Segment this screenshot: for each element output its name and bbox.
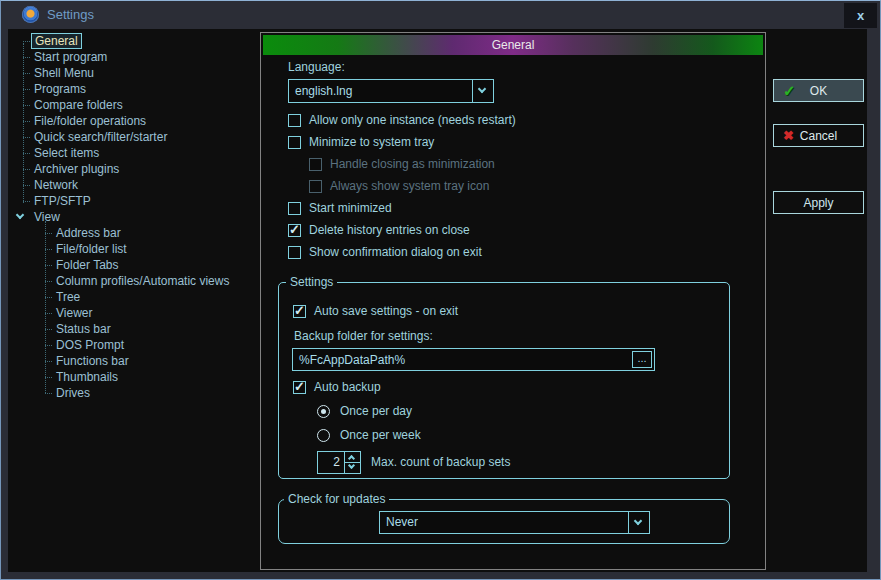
tree-item[interactable]: Compare folders	[8, 97, 258, 113]
checkbox-label: Always show system tray icon	[330, 179, 489, 193]
checkbox-label: Delete history entries on close	[309, 223, 470, 237]
language-dropdown[interactable]: english.lng	[288, 79, 494, 103]
dropdown-arrow-button[interactable]	[472, 80, 493, 102]
checkbox-row[interactable]: Allow only one instance (needs restart)	[288, 112, 516, 128]
chevron-down-icon	[348, 462, 355, 469]
chevron-down-icon	[16, 211, 24, 219]
tree-item-label: General	[31, 33, 82, 49]
tree-item[interactable]: Quick search/filter/starter	[8, 129, 258, 145]
tree-item[interactable]: General	[8, 33, 258, 49]
tree-item-label: View	[31, 210, 63, 224]
tree-branch-line	[23, 57, 30, 58]
tree-item[interactable]: Status bar	[8, 321, 258, 337]
radio-button[interactable]	[317, 405, 330, 418]
groupbox-title: Check for updates	[284, 492, 389, 506]
browse-button[interactable]: ...	[632, 351, 652, 368]
tree-item[interactable]: Thumbnails	[8, 369, 258, 385]
max-backup-spinner[interactable]: 2	[317, 451, 361, 474]
tree-item[interactable]: Archiver plugins	[8, 161, 258, 177]
max-backup-label: Max. count of backup sets	[371, 455, 510, 469]
checkbox-row[interactable]: Show confirmation dialog on exit	[288, 244, 516, 260]
spinner-down-button[interactable]	[345, 463, 360, 473]
tree-branch-line	[45, 281, 52, 282]
checkbox-row[interactable]: Delete history entries on close	[288, 222, 516, 238]
titlebar: Settings x	[1, 1, 880, 28]
checkbox[interactable]	[288, 202, 301, 215]
tree-item-label: Address bar	[53, 226, 124, 240]
tree-item-label: Tree	[53, 290, 83, 304]
tree-item-label: Status bar	[53, 322, 114, 336]
checkbox-row[interactable]: Handle closing as minimization	[309, 156, 516, 172]
tree-item[interactable]: Tree	[8, 289, 258, 305]
auto-backup-checkbox-row[interactable]: Auto backup	[293, 379, 381, 395]
tree-branch-line	[23, 185, 30, 186]
tree-item[interactable]: Programs	[8, 81, 258, 97]
tree-item-label: File/folder list	[53, 242, 130, 256]
tree-item-label: DOS Prompt	[53, 338, 127, 352]
checkbox[interactable]	[288, 224, 301, 237]
spinner-up-button[interactable]	[345, 452, 360, 463]
tree-item[interactable]: Select items	[8, 145, 258, 161]
spinner-arrows	[344, 452, 360, 473]
checkbox[interactable]	[309, 180, 322, 193]
tree-item[interactable]: File/folder list	[8, 241, 258, 257]
window-title: Settings	[47, 7, 94, 22]
tree-item[interactable]: Network	[8, 177, 258, 193]
dropdown-arrow-button[interactable]	[628, 512, 649, 533]
tree-item-label: Functions bar	[53, 354, 132, 368]
tree-item[interactable]: DOS Prompt	[8, 337, 258, 353]
ok-button[interactable]: ✓ OK	[773, 79, 864, 102]
checkbox-label: Handle closing as minimization	[330, 157, 495, 171]
x-icon: ✖	[783, 128, 794, 143]
tree-item-label: Select items	[31, 146, 102, 160]
checkbox-label: Auto save settings - on exit	[314, 304, 458, 318]
tree-branch-line	[23, 201, 30, 202]
cancel-button[interactable]: ✖ Cancel	[773, 124, 864, 147]
language-value: english.lng	[289, 80, 472, 102]
tree-item[interactable]: Viewer	[8, 305, 258, 321]
language-label: Language:	[288, 60, 345, 74]
tree-branch-line	[45, 345, 52, 346]
checkbox-row[interactable]: Always show system tray icon	[309, 178, 516, 194]
apply-button[interactable]: Apply	[773, 191, 864, 214]
tree-branch-line	[45, 361, 52, 362]
radio-label: Once per week	[340, 428, 421, 442]
tree-item[interactable]: Folder Tabs	[8, 257, 258, 273]
checkbox[interactable]	[309, 158, 322, 171]
tree-branch-line	[45, 249, 52, 250]
tree-branch-line	[45, 329, 52, 330]
close-button[interactable]: x	[844, 3, 877, 28]
tree-branch-line	[45, 393, 52, 394]
tree-item[interactable]: File/folder operations	[8, 113, 258, 129]
general-panel: General Language: english.lng Allow only…	[260, 32, 766, 570]
backup-folder-input[interactable]: %FcAppDataPath% ...	[292, 348, 655, 371]
checkbox[interactable]	[293, 305, 306, 318]
once-per-day-radio-row[interactable]: Once per day	[317, 403, 412, 419]
auto-save-checkbox-row[interactable]: Auto save settings - on exit	[293, 303, 458, 319]
checkbox[interactable]	[288, 246, 301, 259]
checkbox-row[interactable]: Start minimized	[288, 200, 516, 216]
tree-item[interactable]: View	[8, 209, 258, 225]
check-for-updates-dropdown[interactable]: Never	[379, 511, 650, 534]
tree-item[interactable]: Functions bar	[8, 353, 258, 369]
radio-label: Once per day	[340, 404, 412, 418]
tree-item[interactable]: Shell Menu	[8, 65, 258, 81]
check-icon: ✓	[783, 82, 796, 100]
tree-item-label: Folder Tabs	[53, 258, 121, 272]
checkbox-row[interactable]: Minimize to system tray	[288, 134, 516, 150]
radio-button[interactable]	[317, 429, 330, 442]
checkbox-label: Show confirmation dialog on exit	[309, 245, 482, 259]
tree-item[interactable]: Column profiles/Automatic views	[8, 273, 258, 289]
once-per-week-radio-row[interactable]: Once per week	[317, 427, 421, 443]
check-for-updates-groupbox: Check for updates Never	[278, 499, 730, 544]
checkbox[interactable]	[293, 381, 306, 394]
tree-item[interactable]: Start program	[8, 49, 258, 65]
tree-item[interactable]: Address bar	[8, 225, 258, 241]
tree-item-label: Network	[31, 178, 81, 192]
tree-item[interactable]: FTP/SFTP	[8, 193, 258, 209]
tree-item[interactable]: Drives	[8, 385, 258, 401]
tree-item-label: Start program	[31, 50, 110, 64]
checkbox[interactable]	[288, 136, 301, 149]
checkbox[interactable]	[288, 114, 301, 127]
tree-branch-line	[23, 153, 30, 154]
